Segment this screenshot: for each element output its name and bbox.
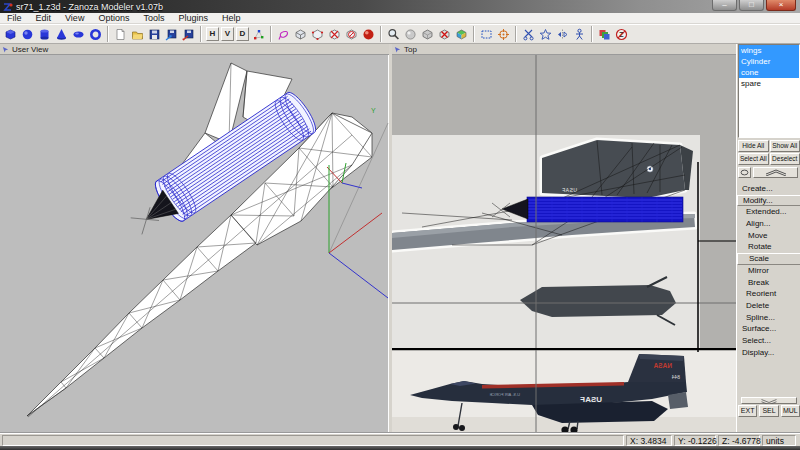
list-item-cone[interactable]: cone	[739, 67, 799, 78]
star-icon[interactable]	[537, 26, 554, 43]
command-break[interactable]: Break	[737, 277, 800, 289]
command-move[interactable]: Move	[737, 230, 800, 242]
toggle-horizontal-button[interactable]: H	[206, 27, 219, 41]
marquee-rect-icon[interactable]	[478, 26, 495, 43]
pivot-target-icon[interactable]	[495, 26, 512, 43]
window-title: sr71_1.z3d - Zanoza Modeler v1.07b	[16, 2, 163, 12]
shaded-cube-icon[interactable]	[419, 26, 436, 43]
list-item-spare[interactable]: spare	[739, 78, 799, 89]
command-align[interactable]: Align...	[737, 218, 800, 230]
list-item-wings[interactable]: wings	[739, 45, 799, 56]
top-viewport[interactable]: USAF	[392, 55, 736, 433]
minimize-button[interactable]: –	[712, 0, 737, 11]
userview-viewport[interactable]: Y	[0, 55, 389, 433]
loop-toggle-button[interactable]	[738, 167, 751, 178]
menu-options[interactable]: Options	[91, 13, 136, 24]
command-mirror[interactable]: Mirror	[737, 265, 800, 277]
list-item-cylinder[interactable]: Cylinder	[739, 56, 799, 67]
command-rotate[interactable]: Rotate	[737, 241, 800, 253]
zmodeler-window: sr71_1.z3d - Zanoza Modeler v1.07b – □ ×…	[0, 0, 800, 450]
textured-cube-icon[interactable]	[453, 26, 470, 43]
hide-all-button[interactable]: Hide All	[738, 140, 769, 152]
userview-viewport-header[interactable]: User View	[0, 44, 389, 55]
command-menu: Create... Modify... Extended... Align...…	[737, 183, 800, 358]
close-button[interactable]: ×	[766, 0, 796, 11]
shaded-sphere-icon[interactable]	[402, 26, 419, 43]
mirror-icon[interactable]	[554, 26, 571, 43]
menu-edit[interactable]: Edit	[29, 13, 59, 24]
menu-plugins[interactable]: Plugins	[171, 13, 215, 24]
mul-mode-button[interactable]: MUL	[781, 405, 800, 417]
command-modify[interactable]: Modify...	[737, 195, 800, 207]
collapse-bottom-button[interactable]	[741, 397, 797, 404]
cube-solid-icon[interactable]	[292, 26, 309, 43]
hide-faces-icon[interactable]	[436, 26, 453, 43]
new-file-icon[interactable]	[112, 26, 129, 43]
command-scale[interactable]: Scale	[737, 253, 800, 265]
cube-culled-icon[interactable]	[343, 26, 360, 43]
command-select[interactable]: Select...	[737, 335, 800, 347]
loop-icon	[740, 169, 749, 176]
cube-edges-icon[interactable]	[309, 26, 326, 43]
main-toolbar: H V D Z	[0, 24, 800, 44]
menu-file[interactable]: File	[0, 13, 29, 24]
command-spline[interactable]: Spline...	[737, 312, 800, 324]
tail-number-text: 844	[671, 374, 680, 380]
materials-icon[interactable]	[596, 26, 613, 43]
status-units-field: units	[762, 435, 796, 446]
render-sphere-icon[interactable]	[360, 26, 377, 43]
viewport-cursor-icon	[394, 46, 401, 53]
ellipsoid-primitive-icon[interactable]	[70, 26, 87, 43]
top-viewport-header[interactable]: Top	[392, 44, 736, 55]
torus-primitive-icon[interactable]	[87, 26, 104, 43]
maximize-button[interactable]: □	[739, 0, 764, 11]
command-reorient[interactable]: Reorient	[737, 288, 800, 300]
command-create[interactable]: Create...	[737, 183, 800, 195]
collapse-top-button[interactable]	[753, 167, 798, 178]
ext-mode-button[interactable]: EXT	[738, 405, 757, 417]
export-file-icon[interactable]	[180, 26, 197, 43]
chevron-down-icon	[756, 398, 782, 404]
status-bar: X: 3.4834 Y: -0.1226 Z: -4.6778 units	[0, 433, 800, 446]
status-message-field	[2, 435, 624, 446]
status-x-coordinate: X: 3.4834	[626, 435, 672, 446]
zoom-icon[interactable]	[385, 26, 402, 43]
sideview-reference-photo: USAF U.S. AIR FORCE NASA 844	[392, 351, 736, 433]
userview-3d-scene[interactable]: Y	[0, 55, 389, 433]
menu-tools[interactable]: Tools	[136, 13, 171, 24]
toggle-depth-button[interactable]: D	[236, 27, 249, 41]
deselect-button[interactable]: Deselect	[770, 153, 800, 165]
app-icon	[3, 2, 13, 12]
toggle-vertical-button[interactable]: V	[221, 27, 234, 41]
menu-view[interactable]: View	[58, 13, 91, 24]
sel-mode-button[interactable]: SEL	[759, 405, 778, 417]
usaf-marking-text: USAF	[580, 395, 602, 404]
menu-help[interactable]: Help	[215, 13, 248, 24]
select-all-button[interactable]: Select All	[738, 153, 769, 165]
cone-primitive-icon[interactable]	[53, 26, 70, 43]
cube-hidden-icon[interactable]	[326, 26, 343, 43]
show-all-button[interactable]: Show All	[770, 140, 800, 152]
bones-icon[interactable]	[571, 26, 588, 43]
command-delete[interactable]: Delete	[737, 300, 800, 312]
box-primitive-icon[interactable]	[2, 26, 19, 43]
wing-marking-text: USAF	[562, 187, 577, 193]
lasso-select-icon[interactable]	[275, 26, 292, 43]
command-display[interactable]: Display...	[737, 347, 800, 359]
top-viewport-label: Top	[404, 45, 417, 54]
cut-icon[interactable]	[520, 26, 537, 43]
userview-viewport-label: User View	[12, 45, 48, 54]
title-bar[interactable]: sr71_1.z3d - Zanoza Modeler v1.07b – □ ×	[0, 0, 800, 13]
plugin-disabled-icon[interactable]: Z	[613, 26, 630, 43]
open-file-icon[interactable]	[129, 26, 146, 43]
command-surface[interactable]: Surface...	[737, 323, 800, 335]
sphere-primitive-icon[interactable]	[19, 26, 36, 43]
save-file-icon[interactable]	[146, 26, 163, 43]
command-extended[interactable]: Extended...	[737, 206, 800, 218]
chevron-up-icon	[763, 168, 789, 176]
status-y-coordinate: Y: -0.1226	[674, 435, 716, 446]
import-file-icon[interactable]	[163, 26, 180, 43]
cylinder-primitive-icon[interactable]	[36, 26, 53, 43]
top-2d-scene[interactable]: USAF	[392, 55, 736, 433]
vertex-snap-icon[interactable]	[250, 26, 267, 43]
